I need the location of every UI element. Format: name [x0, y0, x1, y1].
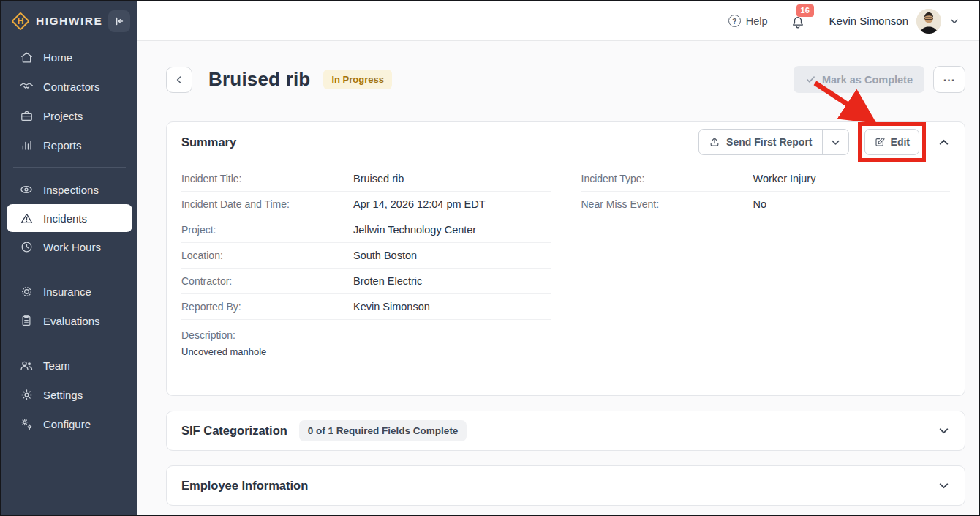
warning-triangle-icon [19, 211, 34, 225]
notifications-button[interactable]: 16 [790, 15, 807, 32]
bar-chart-icon [19, 138, 34, 152]
send-first-report-label: Send First Report [726, 136, 812, 148]
field-label: Incident Date and Time: [181, 198, 353, 210]
collapse-left-icon [113, 15, 125, 27]
sidebar-item-settings[interactable]: Settings [1, 380, 137, 409]
field-value: Kevin Simonson [353, 301, 430, 313]
sif-expand-button[interactable] [938, 425, 950, 437]
mark-as-complete-button[interactable]: Mark as Complete [794, 66, 924, 93]
field-label: Project: [181, 224, 353, 236]
sidebar-item-label: Projects [43, 110, 83, 122]
field-value: Apr 14, 2026 12:04 pm EDT [353, 198, 486, 210]
check-icon [805, 74, 816, 85]
avatar [916, 9, 941, 34]
sidebar-item-insurance[interactable]: Insurance [1, 277, 137, 306]
sidebar-item-configure[interactable]: Configure [1, 409, 137, 438]
sidebar-item-projects[interactable]: Projects [1, 101, 137, 130]
sidebar-item-label: Inspections [43, 184, 99, 196]
field-row: Project: Jellwin Technology Center [181, 217, 551, 243]
employee-card-header[interactable]: Employee Information [167, 466, 965, 505]
ellipsis-icon: ... [943, 71, 955, 84]
sidebar-item-work-hours[interactable]: Work Hours [1, 232, 137, 261]
help-icon: ? [728, 15, 741, 27]
annotation-highlight-box: Edit [858, 122, 926, 162]
sidebar-nav: Home Contractors Projects Reports Inspec… [1, 41, 137, 438]
sidebar-item-label: Team [43, 359, 70, 372]
user-name: Kevin Simonson [829, 15, 908, 27]
eye-icon [19, 182, 34, 197]
sidebar-item-team[interactable]: Team [1, 351, 137, 380]
sidebar-item-label: Incidents [43, 212, 87, 225]
field-value: Jellwin Technology Center [353, 224, 476, 236]
user-menu[interactable]: Kevin Simonson [829, 9, 960, 34]
chevron-left-icon [173, 74, 185, 86]
sidebar-item-label: Settings [43, 389, 83, 401]
field-row: Incident Title: Bruised rib [181, 166, 551, 192]
sidebar-item-evaluations[interactable]: Evaluations [1, 306, 137, 335]
field-row: Near Miss Event: No [581, 192, 951, 217]
field-row: Reported By: Kevin Simonson [181, 294, 551, 320]
help-button[interactable]: ? Help [728, 15, 768, 27]
send-first-report-split-button: Send First Report [698, 129, 848, 155]
badge-icon [19, 284, 34, 299]
sidebar-divider [13, 269, 126, 269]
mark-as-complete-label: Mark as Complete [822, 74, 913, 86]
description-value: Uncovered manhole [181, 346, 950, 395]
chevron-up-icon [938, 136, 950, 149]
sidebar-item-label: Home [43, 51, 72, 64]
sidebar-item-label: Work Hours [43, 241, 101, 253]
field-row: Contractor: Broten Electric [181, 269, 551, 294]
sidebar-item-label: Reports [43, 139, 82, 152]
summary-fields: Incident Title: Bruised rib Incident Dat… [181, 166, 950, 320]
field-label: Incident Type: [581, 173, 753, 184]
more-options-button[interactable]: ... [933, 66, 965, 93]
field-row: Location: South Boston [181, 243, 551, 269]
gear-icon [19, 387, 34, 402]
summary-collapse-button[interactable] [938, 136, 950, 149]
description-label: Description: [181, 329, 950, 341]
bell-icon [790, 15, 806, 31]
back-button[interactable] [166, 67, 192, 93]
sif-card-header[interactable]: SIF Categorization 0 of 1 Required Field… [167, 411, 965, 450]
employee-information-card: Employee Information [166, 465, 965, 506]
sidebar-divider [13, 343, 126, 343]
brand-name: HIGHWIRE [36, 15, 108, 28]
field-value: Broten Electric [353, 275, 422, 287]
people-icon [19, 358, 34, 373]
notification-count-badge: 16 [796, 4, 814, 17]
gears-icon [19, 416, 34, 431]
upload-icon [709, 136, 720, 148]
field-label: Near Miss Event: [581, 198, 753, 210]
sidebar-item-contractors[interactable]: Contractors [1, 72, 137, 101]
sidebar-item-inspections[interactable]: Inspections [1, 175, 137, 204]
edit-label: Edit [891, 136, 910, 148]
title-actions: Mark as Complete ... [794, 66, 965, 93]
summary-card-header: Summary Send First Report [167, 122, 965, 162]
status-badge: In Progress [323, 70, 392, 89]
send-first-report-button[interactable]: Send First Report [699, 130, 821, 154]
edit-button[interactable]: Edit [864, 129, 919, 155]
employee-expand-button[interactable] [938, 479, 950, 492]
home-icon [19, 50, 34, 64]
sidebar-item-label: Contractors [43, 81, 100, 93]
summary-actions: Send First Report Edit [698, 122, 950, 162]
sidebar-item-label: Evaluations [43, 315, 100, 327]
sidebar: H HIGHWIRE Home Contractors Projects [1, 1, 137, 515]
summary-title: Summary [181, 135, 236, 149]
page-title: Bruised rib [208, 68, 310, 91]
sidebar-item-incidents[interactable]: Incidents [7, 204, 132, 232]
field-label: Contractor: [181, 275, 353, 287]
field-label: Incident Title: [181, 173, 353, 184]
field-value: South Boston [353, 250, 417, 261]
clock-icon [19, 239, 34, 254]
field-value: Bruised rib [353, 173, 404, 184]
sidebar-item-home[interactable]: Home [1, 42, 137, 72]
sidebar-item-reports[interactable]: Reports [1, 130, 137, 160]
field-row: Incident Date and Time: Apr 14, 2026 12:… [181, 192, 551, 217]
send-report-dropdown-button[interactable] [822, 130, 848, 154]
field-value: No [753, 198, 767, 210]
sidebar-logo-row: H HIGHWIRE [1, 1, 137, 41]
field-label: Reported By: [181, 301, 353, 313]
sidebar-item-label: Insurance [43, 285, 91, 298]
sidebar-collapse-button[interactable] [108, 10, 130, 32]
